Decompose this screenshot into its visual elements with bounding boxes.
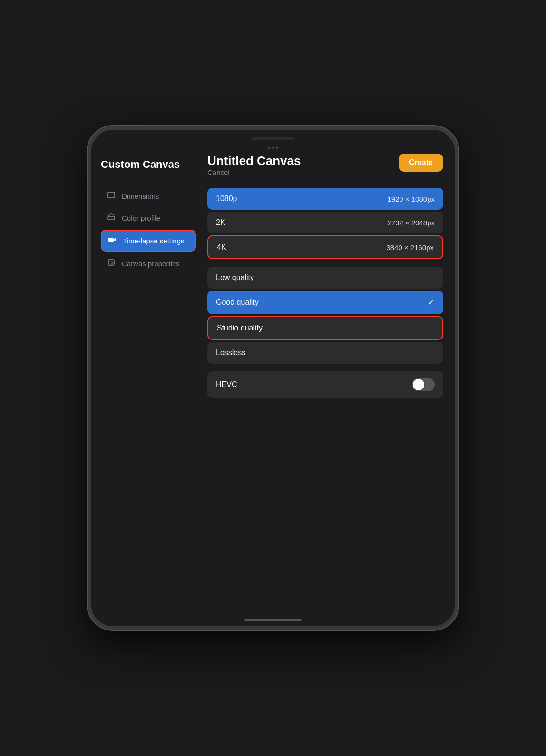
quality-good-label: Good quality <box>216 298 259 307</box>
quality-option-lossless[interactable]: Lossless <box>207 342 443 364</box>
svg-rect-2 <box>108 217 115 220</box>
screen-content: Custom Canvas Dimensions Colo <box>91 130 455 626</box>
svg-rect-0 <box>108 192 115 198</box>
sidebar-item-dimensions[interactable]: Dimensions <box>101 186 196 206</box>
quality-low-label: Low quality <box>216 273 254 282</box>
resolution-1080p-label: 1080p <box>216 194 237 203</box>
resolution-option-1080p[interactable]: 1080p 1920 × 1080px <box>207 188 443 210</box>
home-indicator <box>244 619 302 621</box>
sidebar-item-label-color: Color profile <box>122 214 160 222</box>
resolution-1080p-value: 1920 × 1080px <box>387 195 435 203</box>
create-button[interactable]: Create <box>399 154 443 172</box>
checkmark-icon: ✓ <box>428 297 435 308</box>
sidebar-item-timelapse[interactable]: Time-lapse settings <box>101 230 196 252</box>
resolution-4k-label: 4K <box>217 243 226 252</box>
sidebar-title: Custom Canvas <box>101 158 196 171</box>
svg-rect-3 <box>108 238 114 242</box>
quality-option-studio[interactable]: Studio quality <box>207 316 443 340</box>
hevc-label: HEVC <box>216 380 237 389</box>
color-icon <box>107 213 116 223</box>
resolution-4k-value: 3840 × 2160px <box>386 243 434 252</box>
sidebar-item-color-profile[interactable]: Color profile <box>101 208 196 228</box>
hevc-toggle[interactable] <box>412 378 435 391</box>
quality-studio-label: Studio quality <box>217 324 263 332</box>
hevc-row: HEVC <box>207 371 443 398</box>
timelapse-icon <box>107 235 117 246</box>
sidebar-item-label-timelapse: Time-lapse settings <box>123 237 185 245</box>
main-content: Untitled Canvas Cancel Create 1080p 1920… <box>196 130 455 626</box>
cancel-link[interactable]: Cancel <box>207 168 301 176</box>
resolution-2k-value: 2732 × 2048px <box>387 219 435 227</box>
resolution-option-2k[interactable]: 2K 2732 × 2048px <box>207 212 443 233</box>
header-left: Untitled Canvas Cancel <box>207 154 301 176</box>
sidebar-item-canvas-properties[interactable]: ⓪ Canvas properties <box>101 253 196 273</box>
dimensions-icon <box>107 191 116 201</box>
main-header: Untitled Canvas Cancel Create <box>207 154 443 176</box>
resolution-option-4k[interactable]: 4K 3840 × 2160px <box>207 235 443 259</box>
canvas-title: Untitled Canvas <box>207 154 301 168</box>
resolution-options-group: 1080p 1920 × 1080px 2K 2732 × 2048px 4K … <box>207 188 443 259</box>
quality-options-group: Low quality Good quality ✓ Studio qualit… <box>207 267 443 364</box>
svg-text:⓪: ⓪ <box>110 261 114 265</box>
top-dots <box>268 147 278 149</box>
resolution-2k-label: 2K <box>216 218 225 227</box>
sidebar-item-label-canvas: Canvas properties <box>122 260 180 268</box>
canvas-icon: ⓪ <box>107 258 116 269</box>
quality-option-low[interactable]: Low quality <box>207 267 443 289</box>
quality-option-good[interactable]: Good quality ✓ <box>207 291 443 314</box>
sidebar: Custom Canvas Dimensions Colo <box>91 130 196 626</box>
sidebar-item-label-dimensions: Dimensions <box>122 192 159 200</box>
quality-lossless-label: Lossless <box>216 349 245 357</box>
device-frame: Custom Canvas Dimensions Colo <box>88 126 458 630</box>
